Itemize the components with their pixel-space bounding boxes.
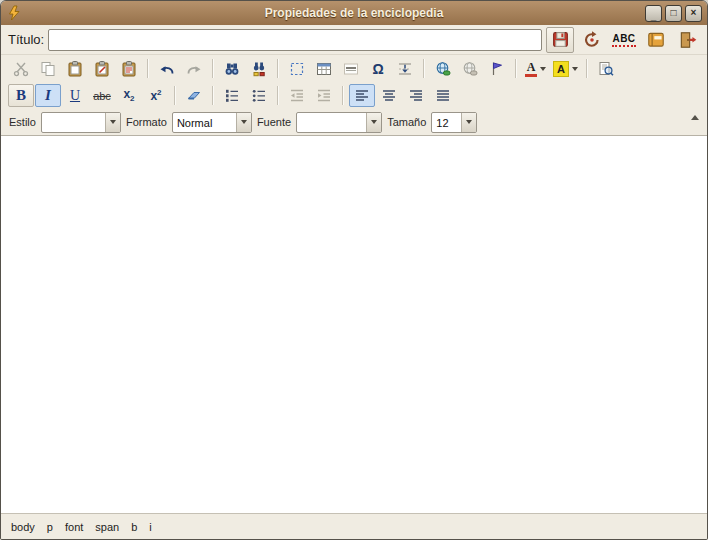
undo-icon [158, 60, 176, 78]
find-replace-button[interactable] [246, 57, 272, 80]
align-center-button[interactable] [376, 84, 402, 107]
source-view-button[interactable] [593, 57, 619, 80]
size-dropdown-button[interactable] [461, 113, 476, 132]
separator [515, 59, 517, 78]
align-right-icon [407, 87, 425, 105]
font-dropdown-button[interactable] [366, 113, 381, 132]
style-dropdown-button[interactable] [105, 113, 120, 132]
path-item-font[interactable]: font [65, 521, 83, 533]
maximize-button[interactable]: □ [665, 5, 682, 22]
font-select[interactable] [296, 112, 382, 133]
title-input[interactable] [48, 29, 542, 51]
selection-icon [288, 60, 306, 78]
format-label: Formato [126, 116, 167, 128]
paste-formatted-button[interactable] [89, 57, 115, 80]
special-character-button[interactable]: Ω [365, 57, 391, 80]
title-label: Título: [8, 32, 44, 47]
paste-special-icon [120, 60, 138, 78]
font-label: Fuente [257, 116, 291, 128]
bold-button[interactable]: B [8, 84, 34, 107]
superscript-icon: x2 [150, 88, 161, 103]
spellcheck-button[interactable]: ABC [610, 27, 638, 53]
size-label: Tamaño [387, 116, 426, 128]
font-color-icon: A [525, 61, 537, 77]
close-button[interactable]: × [685, 5, 702, 22]
horizontal-rule-icon [342, 60, 360, 78]
exit-button[interactable] [674, 27, 702, 53]
paste-button[interactable] [62, 57, 88, 80]
properties-window: Propiedades de la enciclopedia _ □ × Tít… [0, 0, 708, 540]
path-item-body[interactable]: body [11, 521, 35, 533]
font-color-button[interactable]: A [522, 57, 549, 80]
minimize-icon: _ [651, 11, 657, 21]
close-icon: × [691, 8, 697, 18]
outdent-button[interactable] [284, 84, 310, 107]
cut-button[interactable] [8, 57, 34, 80]
scroll-up-arrow-icon[interactable] [691, 115, 699, 120]
table-button[interactable] [311, 57, 337, 80]
path-item-p[interactable]: p [47, 521, 53, 533]
source-view-icon [597, 60, 615, 78]
path-item-i[interactable]: i [149, 521, 151, 533]
size-select[interactable]: 12 [431, 112, 477, 133]
chevron-down-icon [110, 120, 116, 124]
save-button[interactable] [546, 27, 574, 53]
style-toolbar: Estilo Formato Normal Fuente Tamaño 12 [1, 109, 707, 136]
reload-button[interactable] [578, 27, 606, 53]
undo-button[interactable] [154, 57, 180, 80]
paste-special-button[interactable] [116, 57, 142, 80]
style-value [42, 113, 105, 132]
paste-formatted-icon [93, 60, 111, 78]
indent-button[interactable] [311, 84, 337, 107]
justify-button[interactable] [430, 84, 456, 107]
format-dropdown-button[interactable] [236, 113, 251, 132]
italic-icon: I [45, 87, 51, 104]
align-center-icon [380, 87, 398, 105]
flag-button[interactable] [484, 57, 510, 80]
link-icon [434, 60, 452, 78]
horizontal-rule-button[interactable] [338, 57, 364, 80]
subscript-button[interactable]: x2 [116, 84, 142, 107]
subscript-icon: x2 [123, 87, 134, 103]
eraser-button[interactable] [181, 84, 207, 107]
cut-icon [12, 60, 30, 78]
copy-button[interactable] [35, 57, 61, 80]
path-item-b[interactable]: b [131, 521, 137, 533]
numbered-list-button[interactable] [219, 84, 245, 107]
title-row: Título: ABC [1, 25, 707, 55]
paste-icon [66, 60, 84, 78]
link-button[interactable] [430, 57, 456, 80]
redo-button[interactable] [181, 57, 207, 80]
highlight-color-button[interactable]: A [550, 57, 581, 80]
app-icon[interactable] [6, 5, 22, 21]
align-left-button[interactable] [349, 84, 375, 107]
unlink-button[interactable] [457, 57, 483, 80]
notebook-button[interactable] [642, 27, 670, 53]
style-select[interactable] [41, 112, 121, 133]
italic-button[interactable]: I [35, 84, 61, 107]
window-controls: _ □ × [645, 5, 702, 22]
chevron-down-icon [466, 120, 472, 124]
separator [277, 59, 279, 78]
redo-icon [185, 60, 203, 78]
minimize-button[interactable]: _ [645, 5, 662, 22]
titlebar[interactable]: Propiedades de la enciclopedia _ □ × [1, 1, 707, 25]
unlink-icon [461, 60, 479, 78]
format-select[interactable]: Normal [172, 112, 252, 133]
page-break-button[interactable] [392, 57, 418, 80]
spellcheck-icon: ABC [612, 33, 635, 47]
bullet-list-button[interactable] [246, 84, 272, 107]
selection-button[interactable] [284, 57, 310, 80]
strikethrough-button[interactable]: abc [89, 84, 115, 107]
editor-area[interactable] [1, 136, 707, 513]
window-title: Propiedades de la enciclopedia [1, 6, 707, 20]
find-button[interactable] [219, 57, 245, 80]
separator [174, 86, 176, 105]
align-right-button[interactable] [403, 84, 429, 107]
underline-button[interactable]: U [62, 84, 88, 107]
bullet-list-icon [250, 87, 268, 105]
path-item-span[interactable]: span [95, 521, 119, 533]
superscript-button[interactable]: x2 [143, 84, 169, 107]
separator [342, 86, 344, 105]
highlight-icon: A [553, 61, 569, 77]
